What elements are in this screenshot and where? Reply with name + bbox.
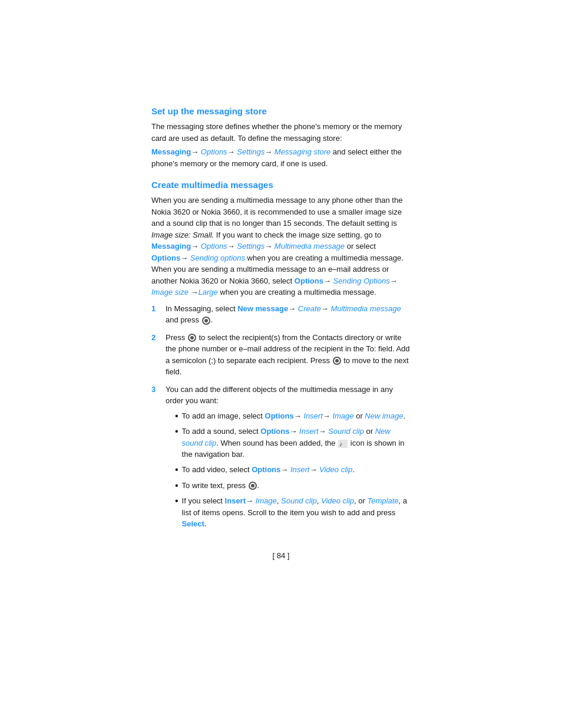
section1-para1: The messaging store defines whether the … [151, 121, 411, 144]
bullet5-link2: Image [256, 496, 277, 505]
numbered-list: 1 In Messaging, select New message→ Crea… [151, 303, 411, 533]
item1-link1: New message [237, 304, 288, 313]
bullet4-text2: . [257, 481, 260, 490]
section2-arrow1: → [191, 242, 201, 251]
music-note-icon: ♪ [338, 438, 348, 449]
numbered-item-3: 3 You can add the different objects of t… [151, 384, 411, 533]
item2-text1: Press [166, 333, 187, 342]
bullet-1: • [175, 410, 178, 423]
section2-arrow2: → [227, 242, 237, 251]
bullet3-content: To add video, select Options→ Insert→ Vi… [182, 464, 411, 476]
music-icon-svg: ♪ [338, 440, 348, 448]
bullet5-content: If you select Insert→ Image, Sound clip,… [182, 495, 411, 530]
bullet3-text1: To add video, select [182, 465, 252, 474]
bullet1-content: To add an image, select Options→ Insert→… [182, 410, 411, 423]
num-2: 2 [151, 332, 163, 378]
section2-arrow4: → [180, 253, 190, 262]
bullet1-text1: To add an image, select [182, 411, 265, 420]
section-messaging-store: Set up the messaging store The messaging… [151, 106, 411, 169]
main-content: Set up the messaging store The messaging… [151, 106, 411, 681]
item3-content: You can add the different objects of the… [166, 384, 411, 533]
item1-link2: Create [298, 304, 321, 313]
bullet2-arrow2: → [319, 427, 329, 436]
numbered-item-2: 2 Press to select the recipient(s) from … [151, 332, 411, 378]
bullet2-link2: Insert [299, 427, 319, 436]
num-1: 1 [151, 303, 163, 326]
item1-text2: and press [166, 315, 201, 324]
section2-text6: when you are creating a multimedia messa… [218, 288, 376, 297]
bullet5-text1: If you select [182, 496, 225, 505]
section1-arrow3: → [265, 147, 275, 156]
section1-arrow2: → [227, 147, 237, 156]
bullet5-link3: Sound clip [281, 496, 317, 505]
bullet1-link2: Insert [303, 411, 323, 420]
section-create-multimedia: Create multimedia messages When you are … [151, 180, 411, 533]
bullet-item-2: • To add a sound, select Options→ Insert… [175, 426, 411, 460]
bullet-2: • [175, 426, 178, 460]
item1-text3: . [211, 315, 213, 324]
section2-text2: If you want to check the image size sett… [214, 230, 381, 239]
bullet1-text3: . [403, 411, 405, 420]
section2-arrow5: → [323, 276, 333, 285]
nav-icon-2 [188, 334, 196, 342]
bullet3-link2: Insert [290, 465, 310, 474]
item3-text: You can add the different objects of the… [166, 385, 393, 406]
bullet5-comma1: , [277, 496, 281, 505]
bullet3-arrow2: → [309, 465, 319, 474]
section2-link8: Sending Options [333, 276, 390, 285]
bullet2-content: To add a sound, select Options→ Insert→ … [182, 426, 411, 460]
bullet2-arrow1: → [289, 427, 299, 436]
section1-link3: Settings [237, 147, 265, 156]
item1-content: In Messaging, select New message→ Create… [166, 303, 411, 326]
section2-italic1: Image size: Small. [151, 230, 214, 239]
bullet2-text2: or [364, 427, 375, 436]
num-3: 3 [151, 384, 163, 533]
bullet5-link6: Select. [182, 519, 207, 528]
bullet2-text1: To add a sound, select [182, 427, 261, 436]
section1-text1: The messaging store defines whether the … [151, 122, 402, 143]
section2-text3: or select [345, 242, 376, 251]
bullet-5: • [175, 495, 178, 530]
section1-heading: Set up the messaging store [151, 106, 411, 116]
bullet5-comma3: , or [354, 496, 367, 505]
section2-link5: Options [151, 253, 180, 262]
section2-link1: Messaging [151, 242, 191, 251]
bullet-item-5: • If you select Insert→ Image, Sound cli… [175, 495, 411, 530]
bullet1-link3: Image [332, 411, 353, 420]
bullet5-link5: Template [368, 496, 399, 505]
bullet-item-3: • To add video, select Options→ Insert→ … [175, 464, 411, 476]
section2-heading: Create multimedia messages [151, 180, 411, 190]
bullet-list: • To add an image, select Options→ Inser… [175, 410, 411, 530]
section1-arrow1: → [191, 147, 201, 156]
bullet2-text3: . When sound has been added, the [216, 439, 338, 447]
bullet3-text2: . [352, 465, 355, 474]
bullet-item-4: • To write text, press . [175, 480, 411, 492]
bullet1-arrow1: → [294, 411, 304, 420]
section2-link10: Large [199, 288, 218, 297]
bullet4-content: To write text, press . [182, 480, 411, 492]
section2-link6: Sending options [190, 253, 245, 262]
section2-link7: Options [295, 276, 323, 285]
bullet1-text2: or [354, 411, 365, 420]
bullet5-link4: Video clip [321, 496, 354, 505]
bullet3-link3: Video clip [319, 465, 352, 474]
numbered-item-1: 1 In Messaging, select New message→ Crea… [151, 303, 411, 326]
nav-icon-4 [249, 482, 257, 490]
item1-arrow2: → [321, 304, 331, 313]
section2-arrow6: → [390, 276, 398, 285]
bullet-item-1: • To add an image, select Options→ Inser… [175, 410, 411, 423]
bullet5-comma2: , [317, 496, 321, 505]
section2-link2: Options [201, 242, 227, 251]
item1-link3: Multimedia message [330, 304, 401, 313]
item1-arrow1: → [288, 304, 298, 313]
bullet1-arrow2: → [323, 411, 333, 420]
bullet2-link1: Options [260, 427, 289, 436]
bullet-3: • [175, 464, 178, 476]
item1-text1: In Messaging, select [166, 304, 237, 313]
nav-icon-3 [333, 357, 341, 365]
svg-text:♪: ♪ [339, 440, 343, 447]
bullet-4: • [175, 480, 178, 492]
item2-content: Press to select the recipient(s) from th… [166, 332, 411, 378]
section1-link1: Messaging [151, 147, 191, 156]
bullet1-link1: Options [265, 411, 294, 420]
